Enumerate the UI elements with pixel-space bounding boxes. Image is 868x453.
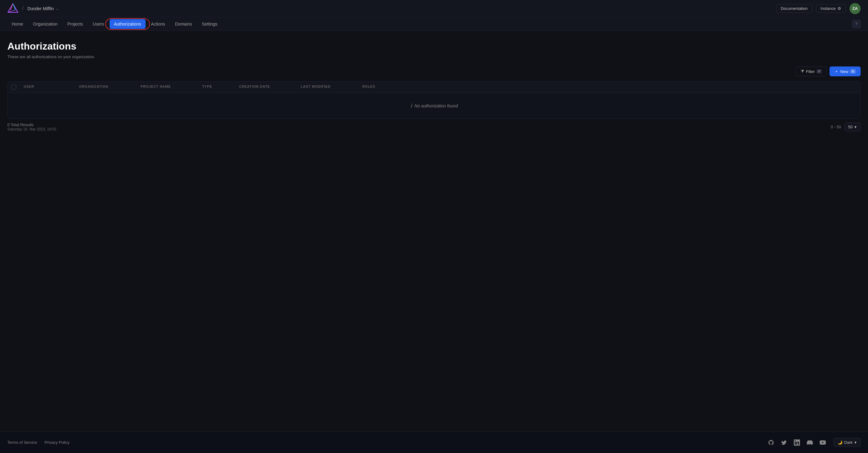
- per-page-value: 50: [848, 125, 852, 129]
- nav-domains[interactable]: Domains: [171, 19, 196, 29]
- column-user: User: [24, 85, 79, 90]
- youtube-icon[interactable]: [819, 439, 826, 446]
- help-button[interactable]: ?: [852, 20, 861, 28]
- topbar: / Dunder Mifflin ⌄ Documentation Instanc…: [0, 0, 868, 17]
- org-selector[interactable]: Dunder Mifflin ⌄: [27, 6, 59, 11]
- moon-icon: 🌙: [838, 440, 842, 445]
- filter-button[interactable]: ⧩ Filter F: [796, 66, 827, 76]
- nav-actions[interactable]: Actions: [147, 19, 169, 29]
- chevron-down-icon: ▾: [855, 125, 857, 129]
- theme-label: Dark: [844, 440, 852, 445]
- social-links: [768, 439, 826, 446]
- org-name: Dunder Mifflin: [27, 6, 54, 11]
- nav-auth-wrapper: Authorizations: [110, 21, 146, 27]
- filter-label: Filter: [806, 69, 815, 74]
- new-label: New: [840, 69, 848, 74]
- filter-icon: ⧩: [801, 69, 804, 74]
- per-page-selector[interactable]: 50 ▾: [844, 123, 861, 131]
- new-button[interactable]: ＋ New N: [830, 66, 861, 76]
- column-creation-date: Creation Date: [239, 85, 301, 90]
- gear-icon: ⚙: [838, 6, 841, 11]
- filter-key: F: [816, 69, 822, 73]
- nav-authorizations[interactable]: Authorizations: [110, 19, 146, 29]
- nav-projects[interactable]: Projects: [63, 19, 87, 29]
- privacy-policy-link[interactable]: Privacy Policy: [44, 440, 69, 445]
- column-roles: Roles: [362, 85, 857, 90]
- main-content: Authorizations These are all authorizati…: [0, 31, 868, 431]
- terms-of-service-link[interactable]: Terms of Service: [7, 440, 37, 445]
- linkedin-icon[interactable]: [794, 439, 800, 446]
- logo-area: / Dunder Mifflin ⌄: [7, 3, 59, 14]
- plus-icon: ＋: [834, 69, 838, 74]
- new-key: N: [850, 69, 856, 73]
- pagination-right: 0 - 50 50 ▾: [831, 123, 861, 131]
- empty-message: No authorization found: [414, 103, 458, 108]
- page-subtitle: These are all authorizations on your org…: [7, 55, 861, 59]
- nav-users[interactable]: Users: [88, 19, 108, 29]
- github-icon[interactable]: [768, 439, 774, 446]
- column-organization: Organization: [79, 85, 141, 90]
- nav-settings[interactable]: Settings: [197, 19, 222, 29]
- subnav: Home Organization Projects Users Authori…: [0, 17, 868, 31]
- theme-selector[interactable]: 🌙 Dark ▾: [834, 438, 861, 447]
- app-logo[interactable]: [7, 3, 19, 14]
- column-project-name: Project Name: [141, 85, 202, 90]
- pagination-bar: 0 Total Results Saturday 18. Mar 2023, 1…: [7, 119, 861, 135]
- select-all-checkbox[interactable]: [11, 85, 16, 90]
- pagination-info: 0 Total Results Saturday 18. Mar 2023, 1…: [7, 123, 56, 131]
- toolbar: ⧩ Filter F ＋ New N: [7, 66, 861, 76]
- table-header: User Organization Project Name Type Crea…: [8, 82, 860, 93]
- empty-icon: ℹ: [410, 103, 412, 109]
- nav-home[interactable]: Home: [7, 19, 27, 29]
- footer: Terms of Service Privacy Policy: [0, 431, 868, 453]
- column-checkbox: [11, 85, 24, 90]
- column-last-modified: Last Modified: [301, 85, 362, 90]
- instance-label: Instance: [820, 6, 836, 11]
- instance-button[interactable]: Instance ⚙: [816, 4, 846, 13]
- svg-marker-0: [8, 4, 18, 12]
- user-avatar[interactable]: ZA: [849, 3, 861, 14]
- pagination-timestamp: Saturday 18. Mar 2023, 19:53: [7, 127, 56, 131]
- page-title: Authorizations: [7, 41, 861, 52]
- authorizations-table: User Organization Project Name Type Crea…: [7, 81, 861, 119]
- total-results: 0 Total Results: [7, 123, 56, 127]
- nav-organization[interactable]: Organization: [29, 19, 62, 29]
- twitter-icon[interactable]: [781, 439, 787, 446]
- pagination-range: 0 - 50: [831, 125, 841, 129]
- chevron-down-icon: ▾: [855, 440, 857, 445]
- table-empty-state: ℹ No authorization found: [8, 93, 860, 119]
- documentation-button[interactable]: Documentation: [776, 4, 812, 13]
- chevron-down-icon: ⌄: [56, 6, 59, 11]
- breadcrumb-separator: /: [22, 5, 24, 12]
- column-type: Type: [202, 85, 239, 90]
- discord-icon[interactable]: [806, 439, 813, 446]
